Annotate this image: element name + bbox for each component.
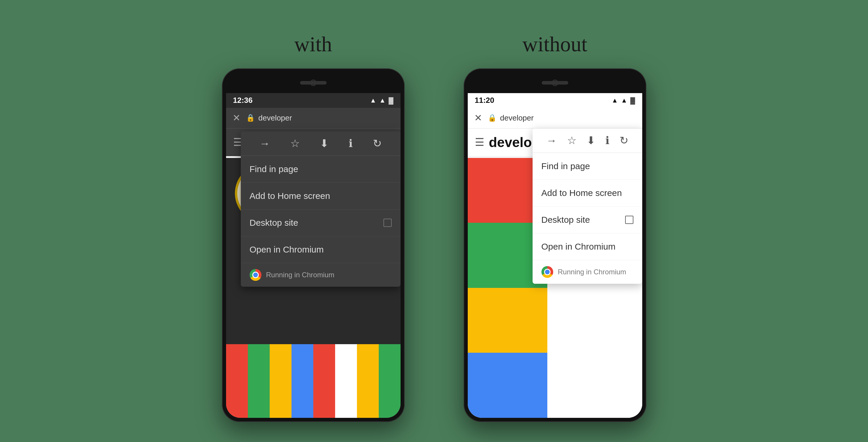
find-in-page-left[interactable]: Find in page [241,156,401,183]
download-icon-left[interactable]: ⬇ [320,137,329,150]
dropdown-footer-right: Running in Chromium [533,260,642,284]
status-icons-right: ▲ ▲ ▓ [612,97,635,104]
status-bar-left: 12:36 ▲ ▲ ▓ [226,93,401,108]
browser-bar-left[interactable]: ✕ 🔒 developer [226,108,401,128]
phone-left: 12:36 ▲ ▲ ▓ ✕ 🔒 developer [222,68,405,422]
stripes-left [226,344,401,418]
dropdown-header-left: → ☆ ⬇ ℹ ↻ [241,131,401,156]
section-without: without 11:20 ▲ ▲ ▓ [464,32,646,422]
desktop-site-checkbox-right[interactable] [625,216,633,224]
url-right[interactable]: developer [500,114,638,123]
add-to-home-right[interactable]: Add to Home screen [533,180,642,207]
speaker-right [542,81,568,85]
wifi-icon-left: ▲ [370,97,376,104]
desktop-site-checkbox-left[interactable] [383,219,392,227]
running-in-chromium-left: Running in Chromium [266,271,335,279]
browser-bar-right[interactable]: ✕ 🔒 developer [468,108,642,128]
phone-right-topbar [468,72,642,93]
wifi-icon-right: ▲ [612,97,618,104]
stripe-green-l [248,344,270,418]
add-to-home-left[interactable]: Add to Home screen [241,183,401,210]
main-container: with 12:36 ▲ ▲ ▓ [222,20,646,422]
stripe-blue-l [291,344,313,418]
phone-right-inner: 11:20 ▲ ▲ ▓ ✕ 🔒 developer [468,72,642,418]
forward-icon-left[interactable]: → [260,137,270,150]
refresh-icon-right[interactable]: ↻ [620,134,628,147]
speaker-left [300,81,327,85]
dropdown-footer-left: Running in Chromium [241,263,401,287]
desktop-site-left[interactable]: Desktop site [241,210,401,236]
chromium-icon-left [250,269,261,281]
vstripe-blue [468,353,547,418]
phone-left-topbar [226,72,401,93]
bookmark-icon-left[interactable]: ☆ [290,137,300,150]
phone-right-screen: 11:20 ▲ ▲ ▓ ✕ 🔒 developer [468,93,642,418]
phone-right: 11:20 ▲ ▲ ▓ ✕ 🔒 developer [464,68,646,422]
find-in-page-right[interactable]: Find in page [533,153,642,180]
stripe-green2-l [379,344,401,418]
vstripe-yellow [468,288,547,353]
hamburger-right[interactable]: ☰ [475,136,484,149]
dropdown-left: → ☆ ⬇ ℹ ↻ Find in page Add to Home scree… [241,131,401,287]
status-bar-right: 11:20 ▲ ▲ ▓ [468,93,642,108]
stripe-yellow-l [270,344,291,418]
refresh-icon-left[interactable]: ↻ [373,137,382,150]
battery-icon-left: ▓ [389,97,393,104]
dropdown-header-right: → ☆ ⬇ ℹ ↻ [533,128,642,153]
info-icon-right[interactable]: ℹ [606,134,610,147]
time-left: 12:36 [233,96,253,105]
time-right: 11:20 [475,96,495,105]
status-icons-left: ▲ ▲ ▓ [370,97,394,104]
download-icon-right[interactable]: ⬇ [587,134,595,147]
stripe-red2-l [313,344,335,418]
phone-left-inner: 12:36 ▲ ▲ ▓ ✕ 🔒 developer [226,72,401,418]
phone-left-screen: 12:36 ▲ ▲ ▓ ✕ 🔒 developer [226,93,401,418]
stripe-red-l [226,344,248,418]
desktop-site-right[interactable]: Desktop site [533,207,642,233]
open-in-chromium-right[interactable]: Open in Chromium [533,233,642,260]
lock-icon-right: 🔒 [488,114,497,122]
with-label: with [294,32,332,57]
signal-icon-left: ▲ [379,97,386,104]
lock-icon-left: 🔒 [246,114,255,122]
running-in-chromium-right: Running in Chromium [558,268,626,276]
stripe-white-l [335,344,357,418]
section-with: with 12:36 ▲ ▲ ▓ [222,32,405,422]
close-btn-left[interactable]: ✕ [231,112,243,123]
without-label: without [522,32,587,57]
info-icon-left[interactable]: ℹ [349,137,353,150]
bookmark-icon-right[interactable]: ☆ [567,134,577,147]
open-in-chromium-left[interactable]: Open in Chromium [241,236,401,263]
dropdown-right: → ☆ ⬇ ℹ ↻ Find in page Add to Home scree… [533,128,642,284]
url-left[interactable]: developer [258,114,396,123]
close-btn-right[interactable]: ✕ [472,112,484,123]
stripe-yellow2-l [357,344,379,418]
chromium-icon-right [541,266,553,278]
forward-icon-right[interactable]: → [547,134,557,147]
battery-icon-right: ▓ [630,97,635,104]
signal-icon-right: ▲ [621,97,627,104]
